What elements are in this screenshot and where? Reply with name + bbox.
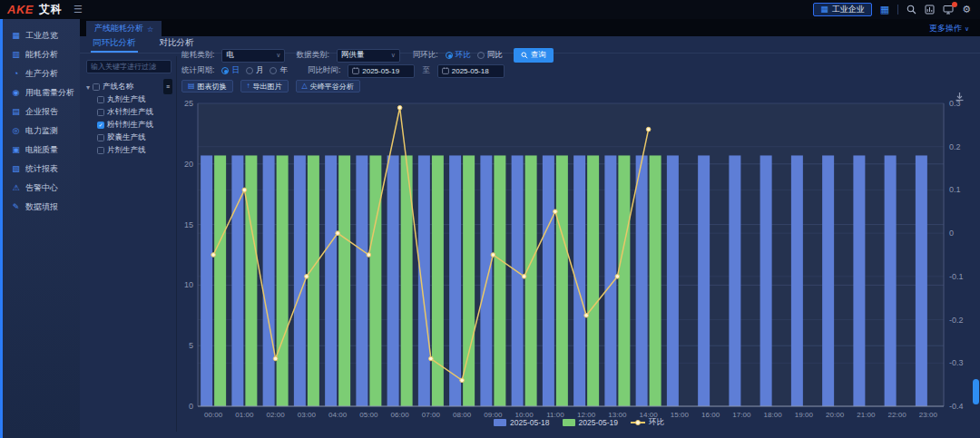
sidebar-item-production-analysis[interactable]: ◔生产分析 <box>3 64 80 83</box>
energy-type-select[interactable]: 电 <box>221 49 285 63</box>
chart-file-icon[interactable] <box>925 5 935 15</box>
svg-text:0.2: 0.2 <box>949 142 961 151</box>
tree-item-checkbox[interactable] <box>97 109 104 116</box>
save-image-icon[interactable] <box>955 89 965 105</box>
statistics-icon: ▧ <box>11 165 21 173</box>
energy-type-label: 能耗类别: <box>181 50 214 61</box>
radio-circle-icon <box>446 52 453 59</box>
bars-series-2[interactable] <box>214 155 662 406</box>
filter-row-2: 统计周期: 日月年 同比时间: 2025-05-19 至 2025-05-18 <box>181 63 554 78</box>
data-entry-icon: ✎ <box>11 203 21 211</box>
radio-label: 月 <box>256 65 264 76</box>
svg-text:25: 25 <box>184 99 193 108</box>
tree-item[interactable]: 胶囊生产线 <box>86 131 176 144</box>
tab-label: 产线能耗分析 <box>94 23 143 34</box>
tree-item-label: 粉针剂生产线 <box>107 120 153 131</box>
tab-production-line-energy[interactable]: 产线能耗分析 <box>86 21 162 36</box>
legend-line-marker-icon <box>631 422 645 423</box>
radio-circle-icon <box>246 67 253 74</box>
legend-label: 2025-05-19 <box>579 418 618 427</box>
tree-item-checkbox[interactable] <box>97 96 104 103</box>
period-radio-group: 日月年 <box>221 65 288 76</box>
tree-collapse-handle[interactable]: ≡ <box>163 79 172 94</box>
org-button-label: 工业企业 <box>832 4 865 15</box>
logo-text: AKE <box>7 3 34 16</box>
svg-text:20: 20 <box>184 160 193 169</box>
content-panel: 同环比分析 对比分析 产线名称丸剂生产线水针剂生产线粉针剂生产线胶囊生产线片剂生… <box>80 36 980 438</box>
tree-search-input[interactable] <box>86 60 172 73</box>
sidebar-item-label: 数据填报 <box>25 201 58 213</box>
svg-text:15: 15 <box>184 220 193 229</box>
sidebar-item-power-quality[interactable]: ▣电能质量 <box>3 141 80 160</box>
legend-item-bar[interactable]: 2025-05-19 <box>563 418 618 427</box>
tree-item[interactable]: 丸剂生产线 <box>86 93 176 106</box>
subtab-ring-ratio-analysis[interactable]: 同环比分析 <box>91 35 138 53</box>
radio-period[interactable]: 月 <box>246 65 264 76</box>
sidebar-item-demand-analysis[interactable]: ◉用电需量分析 <box>3 83 80 102</box>
tab-star-icon[interactable] <box>147 24 153 34</box>
tool-button-label: 尖峰平谷分析 <box>310 82 354 92</box>
legend-item-line[interactable]: 环比 <box>631 417 664 428</box>
tree-item[interactable]: 片剂生产线 <box>86 144 176 157</box>
notification-badge <box>952 2 957 7</box>
tree-root-checkbox[interactable] <box>93 83 100 91</box>
overview-icon: ▦ <box>11 32 21 40</box>
production-icon: ◔ <box>11 70 21 78</box>
legend-bar-marker-icon <box>563 419 575 426</box>
radio-ratio[interactable]: 同比 <box>477 50 503 61</box>
radio-period[interactable]: 日 <box>221 65 240 76</box>
hamburger-menu-icon[interactable]: ☰ <box>74 4 83 15</box>
sidebar-item-power-monitor[interactable]: ◎电力监测 <box>3 122 80 141</box>
legend-bar-marker-icon <box>494 419 506 426</box>
top-header: AKE 艾科 ☰ ▦ 工业企业 ▦ ⚙ <box>0 0 980 19</box>
tree-item[interactable]: 水针剂生产线 <box>86 106 176 119</box>
radio-label: 年 <box>279 65 288 76</box>
radio-label: 同比 <box>487 50 503 61</box>
radio-period[interactable]: 年 <box>270 65 288 76</box>
logo-cn-text: 艾科 <box>39 2 63 17</box>
header-divider <box>897 5 898 15</box>
brand: AKE 艾科 ☰ <box>7 2 83 17</box>
data-type-label: 数据类别: <box>296 50 328 61</box>
tree-item-checkbox[interactable] <box>97 134 104 141</box>
data-type-select[interactable]: 网供量 <box>337 49 400 63</box>
sidebar-item-statistics-report[interactable]: ▧统计报表 <box>3 160 80 179</box>
more-actions-dropdown[interactable]: 更多操作 <box>929 23 969 34</box>
org-selector-button[interactable]: ▦ 工业企业 <box>813 3 872 16</box>
power-quality-icon: ▣ <box>11 146 21 154</box>
ratio-type-label: 同环比: <box>413 50 438 61</box>
date-end-input[interactable]: 2025-05-18 <box>437 64 505 78</box>
tree-item-checkbox[interactable] <box>97 122 104 129</box>
tree-item-checkbox[interactable] <box>97 147 104 154</box>
alarm-icon: ⚠ <box>11 184 21 192</box>
svg-text:0: 0 <box>189 402 193 411</box>
sidebar-item-enterprise-report[interactable]: ▤企业报告 <box>3 102 80 122</box>
tree-item[interactable]: 粉针剂生产线 <box>86 119 176 131</box>
radio-circle-icon <box>270 67 277 74</box>
monitor-notification-icon[interactable] <box>943 5 954 15</box>
apps-grid-icon[interactable]: ▦ <box>880 5 889 15</box>
sidebar-item-label: 生产分析 <box>25 68 58 80</box>
query-search-icon <box>521 52 528 59</box>
more-actions-label: 更多操作 <box>929 23 962 34</box>
sidebar-item-data-entry[interactable]: ✎数据填报 <box>3 198 80 217</box>
search-icon[interactable] <box>906 5 916 15</box>
svg-text:0.1: 0.1 <box>949 185 961 194</box>
scrollbar-thumb[interactable] <box>973 379 979 404</box>
sidebar-item-alarm-center[interactable]: ⚠告警中心 <box>3 179 80 198</box>
sidebar-item-energy-analysis[interactable]: ▥能耗分析 <box>3 45 80 64</box>
calendar-icon <box>352 67 359 74</box>
sidebar-item-overview[interactable]: ▦工业总览 <box>3 26 80 45</box>
chart-legend: 2025-05-182025-05-19环比 <box>178 417 980 428</box>
date-start-input[interactable]: 2025-05-19 <box>348 64 415 78</box>
chart-canvas[interactable]: 05101520250.30.20.10-0.1-0.2-0.3-0.400:0… <box>178 91 980 419</box>
legend-item-bar[interactable]: 2025-05-18 <box>494 418 549 427</box>
legend-label: 2025-05-18 <box>510 418 549 427</box>
legend-label: 环比 <box>649 417 664 428</box>
sidebar-item-label: 电能质量 <box>25 144 58 156</box>
settings-gear-icon[interactable]: ⚙ <box>962 5 971 15</box>
radio-ratio[interactable]: 环比 <box>446 50 471 61</box>
tab-strip: 产线能耗分析 更多操作 <box>80 19 980 36</box>
tree-expand-caret-icon[interactable] <box>86 83 90 92</box>
query-button[interactable]: 查询 <box>514 48 554 63</box>
